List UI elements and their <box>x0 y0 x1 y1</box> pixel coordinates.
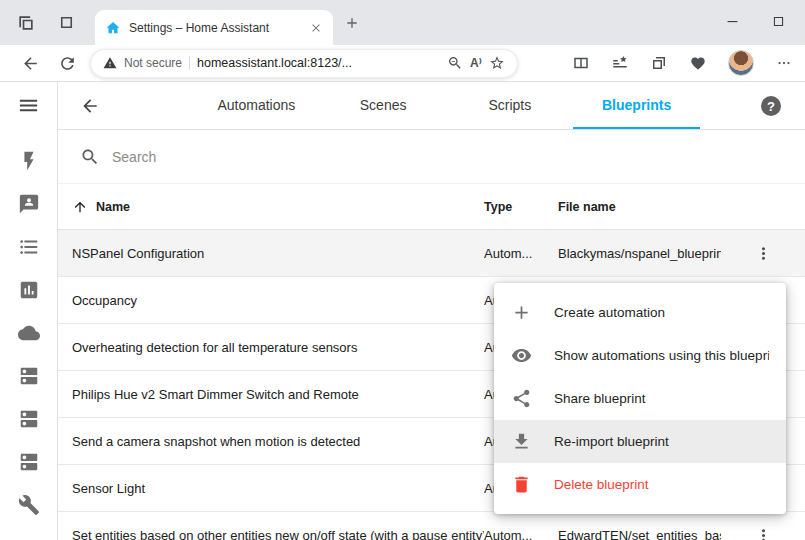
tab-scenes[interactable]: Scenes <box>320 82 447 129</box>
security-label: Not secure <box>124 56 182 70</box>
table-header: Name Type File name <box>58 184 805 230</box>
sidebar-items <box>18 139 40 526</box>
context-menu: Create automationShow automations using … <box>494 283 786 514</box>
menu-item-share-blueprint[interactable]: Share blueprint <box>494 377 786 420</box>
tab-actions-icon[interactable] <box>57 13 76 32</box>
column-header-file[interactable]: File name <box>558 200 721 214</box>
table-row[interactable]: Set entities based on other entities new… <box>58 512 805 540</box>
row-type: Autom... <box>484 246 558 261</box>
trash-icon <box>511 474 532 495</box>
row-file: Blackymas/nspanel_blueprin... <box>558 246 721 261</box>
browser-menu-icon[interactable] <box>775 54 793 72</box>
browser-titlebar: Settings – Home Assistant <box>0 0 805 45</box>
split-screen-icon[interactable] <box>572 54 590 72</box>
sidebar <box>0 82 58 540</box>
menu-item-create-automation[interactable]: Create automation <box>494 291 786 334</box>
sidebar-item-dns[interactable] <box>18 397 40 440</box>
list-icon <box>18 236 40 258</box>
window-maximize-button[interactable] <box>770 13 787 30</box>
browser-toolbar: Not secure homeassistant.local:8123/... … <box>0 45 805 82</box>
wrench-icon <box>18 494 40 516</box>
toolbar-right-icons <box>572 50 793 76</box>
nav-tabs: AutomationsScenesScriptsBlueprints <box>193 82 700 129</box>
menu-item-label: Create automation <box>554 305 665 320</box>
menu-item-label: Delete blueprint <box>554 477 649 492</box>
row-type: Autom... <box>484 528 558 540</box>
window-minimize-button[interactable] <box>724 13 741 30</box>
menu-item-label: Re-import blueprint <box>554 434 669 449</box>
not-secure-icon[interactable] <box>103 56 117 70</box>
dns-icon <box>18 365 40 387</box>
sidebar-item-dns[interactable] <box>18 354 40 397</box>
sidebar-item-wrench[interactable] <box>18 483 40 526</box>
page-back-button[interactable] <box>80 96 100 116</box>
column-type-label: Type <box>484 200 512 214</box>
sidebar-item-flash[interactable] <box>18 139 40 182</box>
tab-blueprints[interactable]: Blueprints <box>573 82 700 129</box>
tab-automations[interactable]: Automations <box>193 82 320 129</box>
search-input[interactable] <box>112 149 805 165</box>
address-bar[interactable]: Not secure homeassistant.local:8123/... … <box>90 49 518 78</box>
row-menu-button[interactable] <box>721 526 805 540</box>
dns-icon <box>18 451 40 473</box>
sidebar-item-list[interactable] <box>18 225 40 268</box>
row-name: Send a camera snapshot when motion is de… <box>58 434 484 449</box>
download-icon <box>511 431 532 452</box>
search-bar[interactable] <box>58 130 805 184</box>
menu-item-delete-blueprint[interactable]: Delete blueprint <box>494 463 786 506</box>
column-file-label: File name <box>558 200 616 214</box>
menu-item-show-automations-using-this-blueprint[interactable]: Show automations using this blueprint <box>494 334 786 377</box>
tab-title: Settings – Home Assistant <box>129 21 301 35</box>
row-menu-button[interactable] <box>721 244 805 263</box>
sidebar-menu-icon[interactable] <box>17 94 40 117</box>
eye-icon <box>511 345 532 366</box>
zoom-out-icon[interactable] <box>447 55 463 71</box>
plus-icon <box>511 302 532 323</box>
kebab-icon <box>754 244 773 263</box>
share-icon <box>511 388 532 409</box>
menu-item-re-import-blueprint[interactable]: Re-import blueprint <box>494 420 786 463</box>
row-name: NSPanel Configuration <box>58 246 484 261</box>
sidebar-item-chart[interactable] <box>18 268 40 311</box>
home-assistant-favicon <box>105 20 121 36</box>
browser-refresh-button[interactable] <box>58 54 77 73</box>
column-name-label: Name <box>96 200 130 214</box>
address-divider <box>189 56 190 70</box>
sort-ascending-icon <box>72 199 88 215</box>
sidebar-item-cloud[interactable] <box>18 311 40 354</box>
workspaces-icon[interactable] <box>16 13 36 33</box>
tab-scripts[interactable]: Scripts <box>447 82 574 129</box>
screen: Settings – Home Assistant Not secure hom… <box>0 0 805 540</box>
table-row[interactable]: NSPanel ConfigurationAutom...Blackymas/n… <box>58 230 805 277</box>
help-button[interactable]: ? <box>761 96 781 116</box>
favorite-star-icon[interactable] <box>489 55 505 71</box>
profile-avatar[interactable] <box>728 50 754 76</box>
new-tab-button[interactable] <box>344 15 360 31</box>
home-assistant-app: AutomationsScenesScriptsBlueprints ? Nam… <box>0 82 805 540</box>
collections-icon[interactable] <box>650 54 668 72</box>
chart-icon <box>18 279 40 301</box>
column-header-type[interactable]: Type <box>484 200 558 214</box>
context-menu-items: Create automationShow automations using … <box>494 291 786 506</box>
row-name: Overheating detection for all temperatur… <box>58 340 484 355</box>
row-name: Philips Hue v2 Smart Dimmer Switch and R… <box>58 387 484 402</box>
favorites-icon[interactable] <box>611 54 629 72</box>
assist-icon <box>18 193 40 215</box>
dns-icon <box>18 408 40 430</box>
tab-close-icon[interactable] <box>309 21 323 35</box>
browser-back-button[interactable] <box>21 54 40 73</box>
browser-tab[interactable]: Settings – Home Assistant <box>95 10 333 45</box>
row-file: EdwardTEN/set_entities_bas... <box>558 528 721 540</box>
row-name: Sensor Light <box>58 481 484 496</box>
read-aloud-icon[interactable]: A⁾ <box>470 55 482 71</box>
row-name: Set entities based on other entities new… <box>58 528 484 540</box>
kebab-icon <box>754 526 773 540</box>
browser-essentials-icon[interactable] <box>689 54 707 72</box>
flash-icon <box>18 150 40 172</box>
url-text[interactable]: homeassistant.local:8123/... <box>197 56 440 70</box>
cloud-icon <box>18 322 40 344</box>
column-header-name[interactable]: Name <box>58 199 484 215</box>
sidebar-item-assist[interactable] <box>18 182 40 225</box>
sidebar-item-dns[interactable] <box>18 440 40 483</box>
menu-item-label: Show automations using this blueprint <box>554 348 769 363</box>
